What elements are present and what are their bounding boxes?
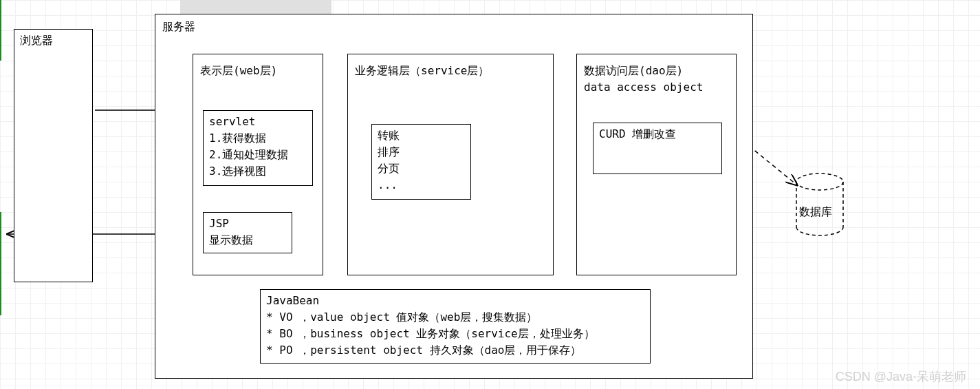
browser-label: 浏览器 xyxy=(20,32,87,49)
web-layer-title: 表示层(web层) xyxy=(200,63,316,79)
server-label: 服务器 xyxy=(162,19,745,35)
dao-layer-title: 数据访问层(dao层) data access object xyxy=(584,63,729,96)
service-layer-title: 业务逻辑层（service层） xyxy=(355,63,546,79)
green-edge-bottom xyxy=(0,212,1,315)
servlet-box: servlet 1.获得数据 2.通知处理数据 3.选择视图 xyxy=(203,110,313,186)
browser-box: 浏览器 xyxy=(14,29,93,282)
jsp-box: JSP 显示数据 xyxy=(203,212,292,253)
database-label: 数据库 xyxy=(799,205,832,220)
green-edge-top xyxy=(0,0,1,61)
selected-cells-strip xyxy=(180,0,331,15)
dao-curd-box: CURD 增删改查 xyxy=(593,123,722,174)
javabean-box: JavaBean * VO ，value object 值对象（web层，搜集数… xyxy=(260,289,651,364)
watermark-text: CSDN @Java-呆萌老师 xyxy=(836,368,966,385)
svg-point-0 xyxy=(796,174,843,190)
service-ops-box: 转账 排序 分页 ... xyxy=(371,124,471,200)
